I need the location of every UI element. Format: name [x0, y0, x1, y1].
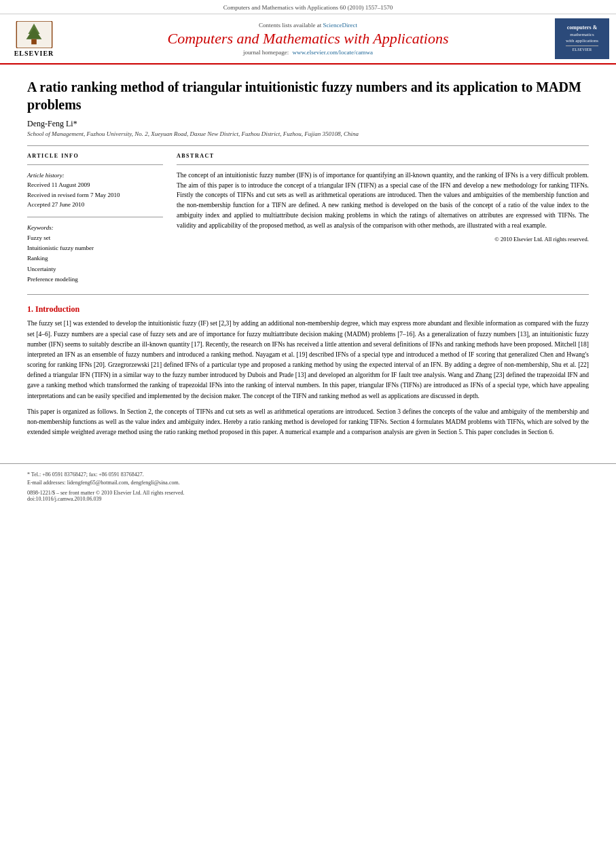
- doi-line: doi:10.1016/j.camwa.2010.06.039: [27, 496, 589, 502]
- divider-2: [27, 164, 163, 165]
- keywords-block: Keywords: Fuzzy set Intuitionistic fuzzy…: [27, 223, 163, 285]
- journal-citation: Computers and Mathematics with Applicati…: [223, 4, 393, 11]
- article-title: A ratio ranking method of triangular int…: [27, 78, 589, 113]
- abstract-text: The concept of an intuitionistic fuzzy n…: [177, 171, 589, 230]
- divider-5: [27, 294, 589, 295]
- email-addresses: lidengfeng65@hotmail.com, dengfengli@sin…: [67, 480, 180, 486]
- intro-paragraph-2: This paper is organized as follows. In S…: [27, 407, 589, 438]
- journal-title-text: Computers and Mathematics with Applicati…: [68, 30, 548, 48]
- keyword-3: Ranking: [27, 253, 163, 264]
- left-column: ARTICLE INFO Article history: Received 1…: [27, 153, 163, 285]
- banner-center-block: Contents lists available at ScienceDirec…: [68, 22, 548, 56]
- homepage-url[interactable]: www.elsevier.com/locate/camwa: [293, 49, 373, 56]
- sciencedirect-link[interactable]: ScienceDirect: [323, 22, 357, 29]
- top-header: Computers and Mathematics with Applicati…: [0, 0, 616, 14]
- footer-bottom: 0898-1221/$ – see front matter © 2010 El…: [27, 490, 589, 502]
- elsevier-tree-icon: [16, 21, 53, 48]
- two-column-layout: ARTICLE INFO Article history: Received 1…: [27, 153, 589, 285]
- received-date: Received 11 August 2009: [27, 180, 163, 190]
- elsevier-wordmark: ELSEVIER: [14, 50, 54, 57]
- keyword-4: Uncertainty: [27, 264, 163, 274]
- article-affiliation: School of Management, Fuzhou University,…: [27, 130, 589, 137]
- homepage-line: journal homepage: www.elsevier.com/locat…: [68, 49, 548, 56]
- footer-area: * Tel.: +86 0591 83768427; fax: +86 0591…: [0, 463, 616, 509]
- journal-banner: ELSEVIER Contents lists available at Sci…: [0, 14, 616, 65]
- accepted-date: Accepted 27 June 2010: [27, 200, 163, 209]
- keyword-5: Preference modeling: [27, 274, 163, 285]
- divider-1: [27, 145, 589, 146]
- contents-available-text: Contents lists available at ScienceDirec…: [68, 22, 548, 29]
- issn-line: 0898-1221/$ – see front matter © 2010 El…: [27, 490, 589, 496]
- keyword-1: Fuzzy set: [27, 233, 163, 243]
- footer-note: * Tel.: +86 0591 83768427; fax: +86 0591…: [27, 471, 589, 487]
- right-column: ABSTRACT The concept of an intuitionisti…: [177, 153, 589, 285]
- keywords-label: Keywords:: [27, 224, 54, 231]
- journal-logo-box: computers & mathematics with application…: [555, 18, 609, 59]
- divider-4: [177, 164, 589, 165]
- article-area: A ratio ranking method of triangular int…: [0, 65, 616, 457]
- abstract-heading: ABSTRACT: [177, 153, 589, 159]
- article-history-block: Article history: Received 11 August 2009…: [27, 171, 163, 210]
- copyright-line: © 2010 Elsevier Ltd. All rights reserved…: [177, 236, 589, 243]
- email-label: E-mail addresses:: [27, 480, 66, 486]
- elsevier-logo-block: ELSEVIER: [7, 21, 61, 57]
- intro-paragraph-1: The fuzzy set [1] was extended to develo…: [27, 319, 589, 401]
- footer-star-note: * Tel.: +86 0591 83768427; fax: +86 0591…: [27, 471, 144, 478]
- article-info-heading: ARTICLE INFO: [27, 153, 163, 159]
- divider-3: [27, 217, 163, 217]
- svg-rect-3: [31, 39, 37, 44]
- section1-title: 1. Introduction: [27, 304, 589, 315]
- article-author: Deng-Feng Li*: [27, 119, 589, 129]
- keyword-2: Intuitionistic fuzzy number: [27, 243, 163, 253]
- revised-date: Received in revised form 7 May 2010: [27, 190, 163, 200]
- history-label: Article history:: [27, 172, 65, 179]
